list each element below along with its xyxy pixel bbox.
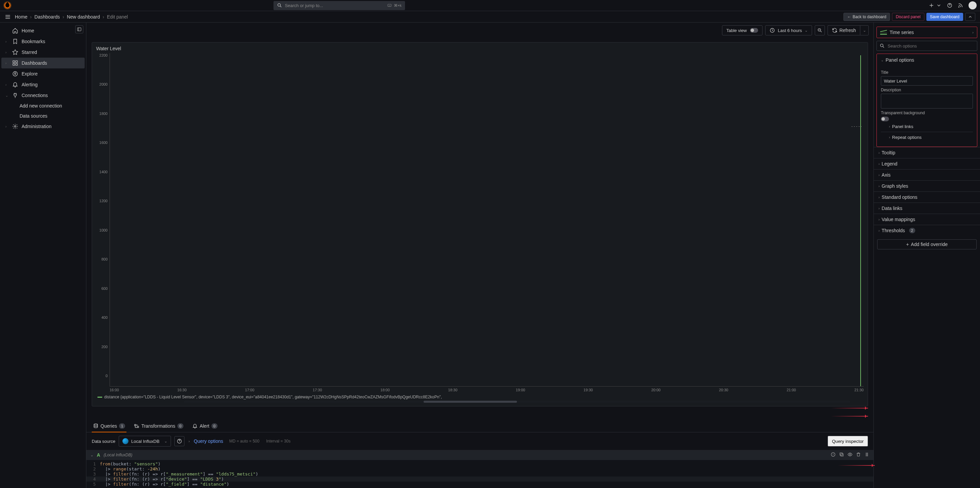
transparent-label: Transparent background xyxy=(881,111,973,115)
bc-home[interactable]: Home xyxy=(15,14,27,19)
query-inspector-button[interactable]: Query inspector xyxy=(827,436,868,447)
cat-head-panel-options[interactable]: ⌄ Panel options xyxy=(877,54,977,66)
bc-edit-panel: Edit panel xyxy=(107,14,128,19)
sidebar-toggle-icon[interactable] xyxy=(75,25,83,33)
transparent-toggle[interactable] xyxy=(881,117,889,121)
grafana-logo[interactable] xyxy=(3,2,11,10)
legend[interactable]: distance {application="LDDS - Liquid Lev… xyxy=(96,392,864,399)
save-button[interactable]: Save dashboard xyxy=(926,13,963,21)
add-field-override-button[interactable]: + Add field override xyxy=(877,239,977,249)
options-search[interactable] xyxy=(877,41,977,51)
cat-axis: ›Axis xyxy=(874,169,980,180)
chevron-right-icon: › xyxy=(5,51,9,54)
sub-repeat-options[interactable]: ›Repeat options xyxy=(881,132,973,143)
query-row-header[interactable]: ⌄ A (Local InfluxDB) xyxy=(86,450,873,460)
x-axis: 16:0016:3017:0017:3018:0018:3019:0019:30… xyxy=(110,387,864,392)
flux-editor[interactable]: 1from(bucket: "sensors")2 |> range(start… xyxy=(86,460,873,488)
sidebar-item-home[interactable]: Home xyxy=(2,25,84,36)
cat-title: Legend xyxy=(881,161,897,166)
arrow-annotation xyxy=(831,416,868,417)
sub-panel-links[interactable]: ›Panel links xyxy=(881,121,973,132)
sidebar-item-starred[interactable]: › Starred xyxy=(2,47,84,58)
avatar[interactable] xyxy=(969,2,977,10)
editor-line[interactable]: 2 |> range(start: -24h) xyxy=(86,466,873,472)
time-range-picker[interactable]: Last 6 hours ⌄ xyxy=(765,25,812,35)
tab-queries[interactable]: Queries 1 xyxy=(92,420,126,432)
svg-point-25 xyxy=(866,455,867,456)
eye-icon[interactable] xyxy=(848,452,853,458)
svg-point-22 xyxy=(867,453,868,454)
editor-line[interactable]: 5 |> filter(fn: (r) => r["_field"] == "d… xyxy=(86,482,873,486)
duplicate-icon[interactable] xyxy=(839,452,844,458)
zoom-out-button[interactable] xyxy=(815,25,825,35)
menu-icon[interactable] xyxy=(5,14,11,20)
discard-button[interactable]: Discard panel xyxy=(892,13,924,21)
datasource-picker[interactable]: Local InfluxDB ⌄ xyxy=(119,436,171,447)
cat-title: Value mappings xyxy=(881,217,915,222)
code-content: from(bucket: "sensors") xyxy=(100,461,873,466)
x-tick: 19:30 xyxy=(584,388,593,392)
editor-line[interactable]: 3 |> filter(fn: (r) => r["_measurement"]… xyxy=(86,472,873,477)
sidebar-item-data-sources[interactable]: Data sources xyxy=(2,111,84,121)
refresh-button[interactable]: Refresh xyxy=(827,25,860,35)
chevron-right-icon: › xyxy=(878,218,880,222)
sidebar-item-alerting[interactable]: › Alerting xyxy=(2,79,84,90)
panel: Water Level 2200200018001600140012001000… xyxy=(92,42,868,406)
sidebar-item-connections[interactable]: ⌄ Connections xyxy=(2,90,84,101)
bc-dashboards[interactable]: Dashboards xyxy=(34,14,60,19)
panel-title: Water Level xyxy=(96,46,864,51)
cat-head[interactable]: ›Value mappings xyxy=(874,214,980,225)
trash-icon[interactable] xyxy=(856,452,861,458)
query-help-icon[interactable] xyxy=(830,452,836,458)
cat-head[interactable]: ›Data links xyxy=(874,203,980,214)
tab-alert[interactable]: Alert 0 xyxy=(191,420,219,432)
sidebar-item-add-connection[interactable]: Add new connection xyxy=(2,101,84,111)
cat-tooltip: ›Tooltip xyxy=(874,147,980,158)
editor-line[interactable]: 1from(bucket: "sensors") xyxy=(86,461,873,466)
options-search-input[interactable] xyxy=(888,43,974,49)
add-icon[interactable] xyxy=(929,3,934,8)
visualization-picker[interactable]: Time series › xyxy=(877,27,977,38)
x-tick: 16:00 xyxy=(110,388,119,392)
visualization-name: Time series xyxy=(889,30,914,35)
cat-title: Panel options xyxy=(886,57,914,63)
cat-head[interactable]: ›Axis xyxy=(874,170,980,180)
home-icon xyxy=(12,28,18,34)
chart[interactable]: 2200200018001600140012001000800600400200… xyxy=(96,53,864,387)
code-content: |> filter(fn: (r) => r["_measurement"] =… xyxy=(100,472,873,477)
back-button[interactable]: ←Back to dashboard xyxy=(843,13,890,21)
cat-head[interactable]: ›Tooltip xyxy=(874,147,980,158)
refresh-interval-dropdown[interactable]: ⌄ xyxy=(860,25,869,35)
sidebar-item-bookmarks[interactable]: › Bookmarks xyxy=(2,36,84,47)
sidebar-item-administration[interactable]: › Administration xyxy=(2,121,84,132)
drag-handle-icon[interactable] xyxy=(864,452,869,458)
description-input[interactable] xyxy=(881,94,973,109)
editor-line[interactable]: 4 |> filter(fn: (r) => r["device"] == "L… xyxy=(86,477,873,482)
y-tick: 200 xyxy=(96,345,108,349)
query-options-link[interactable]: Query options xyxy=(194,439,223,444)
datasource-help-button[interactable] xyxy=(174,436,185,446)
bc-new-dashboard[interactable]: New dashboard xyxy=(67,14,100,19)
chevron-right-icon: › xyxy=(878,207,880,210)
help-icon[interactable] xyxy=(947,3,952,8)
chevron-down-icon: ⌄ xyxy=(91,453,94,457)
sidebar-item-explore[interactable]: Explore xyxy=(2,68,84,79)
refresh-icon xyxy=(832,28,837,33)
gear-icon xyxy=(12,124,18,130)
collapse-options-icon[interactable] xyxy=(965,13,975,21)
cat-head[interactable]: ›Standard options xyxy=(874,192,980,203)
title-input[interactable] xyxy=(881,76,973,86)
tab-transformations[interactable]: Transformations 0 xyxy=(132,420,185,432)
cat-head[interactable]: ›Thresholds2 xyxy=(874,225,980,236)
horizontal-scrollbar[interactable] xyxy=(184,401,850,403)
sidebar-item-dashboards[interactable]: › Dashboards xyxy=(2,58,84,68)
rss-icon[interactable] xyxy=(958,3,963,8)
y-tick: 2200 xyxy=(96,53,108,57)
table-view-toggle[interactable]: Table view xyxy=(722,25,763,35)
chevron-right-icon: › xyxy=(5,40,9,43)
global-search[interactable]: Search or jump to... ⌘+k xyxy=(274,1,405,10)
cat-head[interactable]: ›Graph styles xyxy=(874,181,980,192)
chevron-down-icon[interactable] xyxy=(936,3,942,8)
cat-head[interactable]: ›Legend xyxy=(874,158,980,169)
svg-rect-1 xyxy=(388,5,391,7)
